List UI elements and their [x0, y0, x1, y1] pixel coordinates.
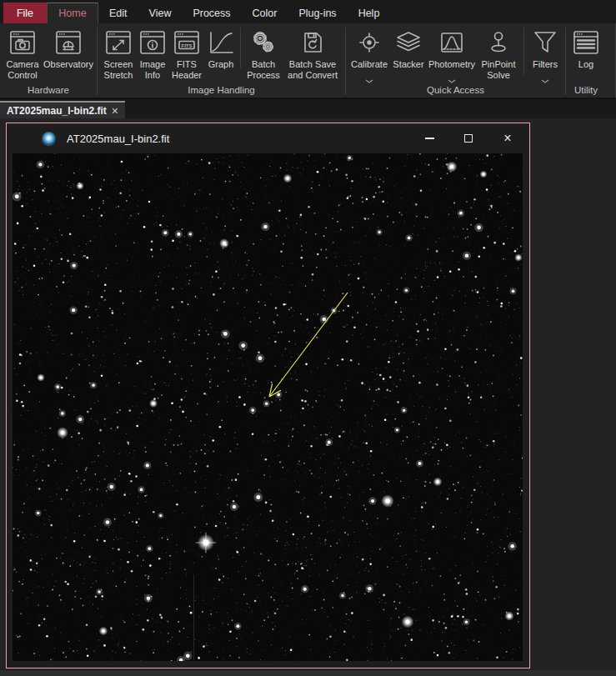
filters-button[interactable]: Filters	[528, 26, 563, 87]
funnel-icon	[531, 28, 559, 58]
ribbon-toolbar: Camera Control Observatory Hardware	[0, 23, 616, 98]
ribbon-group-quick-access: Calibrate Stacker	[346, 26, 565, 98]
ribbon-group-label: Hardware	[0, 85, 97, 95]
ribbon-button-label: Batch Save and Convert	[283, 59, 343, 80]
image-window: AT2025mau_I-bin2.fit ×	[6, 123, 530, 668]
log-button[interactable]: Log	[568, 26, 603, 70]
batch-save-convert-button[interactable]: Batch Save and Convert	[283, 26, 343, 80]
image-info-icon	[138, 28, 167, 58]
maxim-dl-app: File Home Edit View Process Color Plug-i…	[0, 0, 616, 676]
image-window-title: AT2025mau_I-bin2.fit	[67, 133, 169, 145]
ribbon-group-label: Image Handling	[98, 85, 345, 95]
ribbon-button-label: PinPoint Solve	[477, 59, 520, 80]
log-window-icon	[572, 28, 600, 58]
window-controls: ×	[422, 123, 515, 153]
ribbon-button-label: Image Info	[137, 59, 168, 80]
screen-stretch-icon	[104, 28, 133, 58]
tab-label: AT2025mau_I-bin2.fit	[7, 105, 108, 117]
graph-curve-icon	[207, 28, 235, 58]
target-crosshair-icon	[355, 28, 383, 58]
ribbon-button-label: Batch Process	[244, 59, 283, 80]
maximize-button[interactable]	[461, 128, 476, 148]
fits-header-button[interactable]: FITS FITS Header	[168, 26, 205, 80]
observatory-button[interactable]: Observatory	[43, 26, 94, 70]
svg-text:FITS: FITS	[182, 43, 193, 48]
menu-file-button[interactable]: File	[3, 3, 47, 23]
menu-tab-help[interactable]: Help	[348, 3, 391, 23]
map-pin-icon	[484, 28, 513, 58]
menu-tab-color[interactable]: Color	[242, 3, 288, 23]
menu-tab-edit[interactable]: Edit	[98, 3, 138, 23]
menu-tab-process[interactable]: Process	[182, 3, 241, 23]
minimize-icon	[425, 138, 434, 139]
camera-window-icon	[8, 28, 37, 58]
status-strip	[0, 670, 616, 676]
menu-bar: File Home Edit View Process Color Plug-i…	[0, 0, 616, 23]
ribbon-button-label: Photometry	[428, 59, 475, 70]
camera-control-button[interactable]: Camera Control	[3, 26, 43, 80]
ribbon-group-hardware: Camera Control Observatory Hardware	[0, 26, 97, 98]
sub-separator	[240, 28, 241, 68]
ribbon-button-label: Screen Stretch	[100, 59, 137, 80]
fits-document-icon	[42, 132, 56, 146]
observatory-dome-icon	[54, 28, 83, 58]
ribbon-button-label: Calibrate	[351, 59, 388, 70]
dropdown-chevron-icon	[365, 72, 373, 87]
ribbon-button-label: Observatory	[43, 59, 93, 70]
ribbon-button-label: FITS Header	[168, 59, 205, 80]
document-tab-bar: AT2025mau_I-bin2.fit ×	[0, 98, 616, 118]
ribbon-group-utility: Log Utility	[566, 26, 606, 98]
image-window-titlebar[interactable]: AT2025mau_I-bin2.fit ×	[7, 123, 529, 153]
image-info-button[interactable]: Image Info	[137, 26, 168, 80]
layers-icon	[394, 28, 423, 58]
batch-process-button[interactable]: Batch Process	[244, 26, 283, 80]
ribbon-button-label: Log	[578, 59, 593, 70]
pinpoint-solve-button[interactable]: PinPoint Solve	[477, 26, 520, 80]
ribbon-group-label: Utility	[566, 85, 606, 95]
photometry-histogram-icon	[438, 28, 466, 58]
menu-tab-home[interactable]: Home	[47, 3, 98, 23]
gears-icon	[249, 28, 278, 58]
menu-tab-plugins[interactable]: Plug-ins	[288, 3, 347, 23]
save-convert-icon	[298, 28, 327, 58]
ribbon-button-label: Graph	[208, 59, 234, 70]
tab-at2025mau[interactable]: AT2025mau_I-bin2.fit ×	[0, 101, 125, 118]
minimize-button[interactable]	[422, 128, 437, 148]
calibrate-button[interactable]: Calibrate	[348, 26, 390, 87]
ribbon-button-label: Camera Control	[3, 59, 43, 80]
photometry-button[interactable]: Photometry	[427, 26, 477, 87]
ribbon-group-label: Quick Access	[346, 85, 565, 95]
ribbon-group-image-handling: Screen Stretch Image Info	[98, 26, 345, 98]
close-button[interactable]: ×	[500, 128, 515, 148]
maximize-icon	[464, 134, 473, 143]
dropdown-chevron-icon	[541, 72, 549, 87]
workspace: AT2025mau_I-bin2.fit ×	[0, 118, 616, 670]
menu-tab-view[interactable]: View	[138, 3, 183, 23]
stacker-button[interactable]: Stacker	[390, 26, 427, 70]
graph-button[interactable]: Graph	[205, 26, 237, 70]
star-field-image[interactable]	[13, 153, 523, 661]
tab-close-icon[interactable]: ×	[112, 104, 118, 118]
dropdown-chevron-icon	[448, 72, 456, 87]
ribbon-button-label: Filters	[533, 59, 558, 70]
screen-stretch-button[interactable]: Screen Stretch	[100, 26, 137, 80]
ribbon-button-label: Stacker	[393, 59, 423, 70]
fits-header-icon: FITS	[173, 28, 201, 58]
sub-separator	[523, 28, 524, 75]
